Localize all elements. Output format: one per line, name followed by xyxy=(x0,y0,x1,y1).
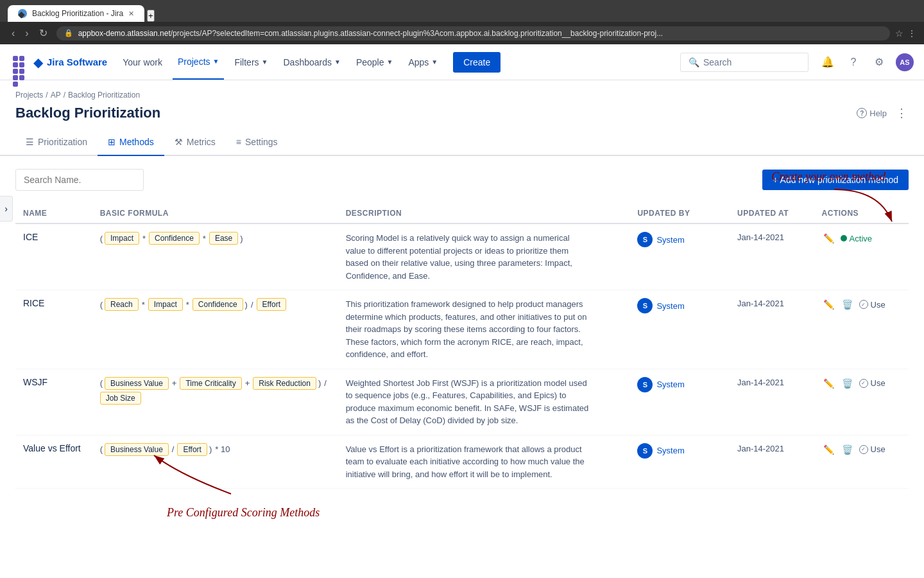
delete-button[interactable]: 🗑️ xyxy=(841,298,854,311)
cell-updated-by-ice: SSystem xyxy=(629,223,730,290)
breadcrumb-ap[interactable]: AP xyxy=(51,91,61,100)
system-avatar: S xyxy=(637,298,653,313)
toolbar: + Add new prioritization method xyxy=(15,169,909,191)
tab-prioritization[interactable]: ☰ Prioritization xyxy=(15,129,98,156)
cell-name-wsjf: WSJF xyxy=(15,369,92,435)
formula-paren: ) xyxy=(245,300,248,310)
new-tab-button[interactable]: + xyxy=(147,10,155,22)
use-badge: ✓ Use xyxy=(859,300,886,310)
nav-apps[interactable]: Apps ▼ xyxy=(403,44,443,80)
cell-updated-by-rice: SSystem xyxy=(629,290,730,369)
cell-updated-by-wsjf: SSystem xyxy=(629,369,730,435)
method-name-wsjf: WSJF xyxy=(23,377,47,387)
active-label: Active xyxy=(850,234,872,243)
cell-updated-at-value-vs-effort: Jan-14-2021 xyxy=(730,435,814,489)
prioritization-tab-icon: ☰ xyxy=(26,137,34,147)
nav-people[interactable]: People ▼ xyxy=(351,44,398,80)
main-content: + Add new prioritization method Name Bas… xyxy=(0,156,924,502)
search-name-input[interactable] xyxy=(15,169,144,191)
add-method-button[interactable]: + Add new prioritization method xyxy=(762,170,909,190)
formula-paren: ) xyxy=(318,378,321,388)
tab-settings[interactable]: ≡ Settings xyxy=(226,129,288,156)
search-icon: 🔍 xyxy=(689,57,699,67)
bookmark-button[interactable]: ☆ xyxy=(895,28,903,39)
cell-actions-ice: ✏️ Active xyxy=(814,223,909,290)
formula-tag: Impact xyxy=(105,232,139,245)
tab-methods[interactable]: ⊞ Methods xyxy=(98,129,164,156)
cell-formula-value-vs-effort: (Business Value/Effort)* 10 xyxy=(92,435,338,489)
nav-your-work[interactable]: Your work xyxy=(117,44,167,80)
reload-button[interactable]: ↻ xyxy=(35,26,51,40)
description-text: Scoring Model is a relatively quick way … xyxy=(346,232,590,282)
cell-formula-wsjf: (Business Value+Time Criticality+Risk Re… xyxy=(92,369,338,435)
notifications-button[interactable]: 🔔 xyxy=(819,53,837,71)
use-circle-icon: ✓ xyxy=(859,379,868,388)
cell-actions-value-vs-effort: ✏️ 🗑️ ✓ Use xyxy=(814,435,909,489)
filters-caret-icon: ▼ xyxy=(262,58,268,66)
edit-button[interactable]: ✏️ xyxy=(822,298,835,311)
formula-paren: ( xyxy=(100,378,103,388)
breadcrumb-projects[interactable]: Projects xyxy=(15,91,43,100)
browser-menu-button[interactable]: ⋮ xyxy=(907,28,916,39)
formula-tag: Business Value xyxy=(105,377,169,390)
nav-dashboards[interactable]: Dashboards ▼ xyxy=(278,44,345,80)
edit-button[interactable]: ✏️ xyxy=(822,443,835,456)
table-row: ICE(Impact*Confidence*Ease)Scoring Model… xyxy=(15,223,909,290)
nav-projects[interactable]: Projects ▼ xyxy=(173,44,224,80)
tab-metrics[interactable]: ⚒ Metrics xyxy=(164,129,226,156)
cell-desc-wsjf: Weighted Shortest Job First (WSJF) is a … xyxy=(338,369,630,435)
back-button[interactable]: ‹ xyxy=(8,26,19,40)
methods-tab-icon: ⊞ xyxy=(108,137,116,147)
browser-tab[interactable]: ◆ Backlog Prioritization - Jira ✕ xyxy=(8,5,144,22)
formula-tag: Effort xyxy=(177,443,207,456)
formula-operator: * xyxy=(186,300,189,310)
apps-grid-icon[interactable] xyxy=(10,53,28,71)
page-more-options-button[interactable]: ⋮ xyxy=(894,105,909,121)
cell-updated-at-rice: Jan-14-2021 xyxy=(730,290,814,369)
system-link[interactable]: System xyxy=(656,380,684,389)
preconfigured-annotation-text: Pre Configured Scoring Methods xyxy=(167,506,320,520)
forward-button[interactable]: › xyxy=(21,26,32,40)
col-header-description: Description xyxy=(338,204,630,223)
settings-button[interactable]: ⚙ xyxy=(870,53,888,71)
delete-button[interactable]: 🗑️ xyxy=(841,443,854,456)
cell-updated-at-ice: Jan-14-2021 xyxy=(730,223,814,290)
people-caret-icon: ▼ xyxy=(386,58,393,66)
table-row: Value vs Effort(Business Value/Effort)* … xyxy=(15,435,909,489)
updated-date: Jan-14-2021 xyxy=(737,232,784,242)
formula-operator: * xyxy=(142,300,145,310)
formula-operator: / xyxy=(172,444,175,454)
create-button[interactable]: Create xyxy=(453,52,501,73)
jira-logo[interactable]: ◆ Jira Software xyxy=(33,55,107,70)
search-bar[interactable]: 🔍 Search xyxy=(680,53,809,72)
tab-close-btn[interactable]: ✕ xyxy=(128,10,134,18)
system-link[interactable]: System xyxy=(656,301,684,311)
page-header: Projects / AP / Backlog Prioritization B… xyxy=(0,80,924,121)
edit-button[interactable]: ✏️ xyxy=(822,377,835,390)
formula-operator: + xyxy=(172,378,177,388)
use-label: Use xyxy=(871,378,886,388)
cell-updated-by-value-vs-effort: SSystem xyxy=(629,435,730,489)
formula-tag: Effort xyxy=(257,298,286,311)
help-link[interactable]: ? Help xyxy=(857,108,887,118)
help-circle-icon: ? xyxy=(857,108,867,118)
system-avatar: S xyxy=(637,443,653,459)
nav-filters[interactable]: Filters ▼ xyxy=(229,44,273,80)
jira-logo-text: Jira Software xyxy=(47,57,107,67)
delete-button[interactable]: 🗑️ xyxy=(841,377,854,390)
help-button[interactable]: ? xyxy=(844,53,862,71)
url-bar[interactable]: 🔒 appbox-demo.atlassian.net/projects/AP?… xyxy=(56,26,890,40)
cell-updated-at-wsjf: Jan-14-2021 xyxy=(730,369,814,435)
updated-date: Jan-14-2021 xyxy=(737,444,784,453)
active-dot-icon xyxy=(841,235,847,241)
col-header-updated-by: Updated By xyxy=(629,204,730,223)
formula-tag: Reach xyxy=(105,298,139,311)
system-link[interactable]: System xyxy=(656,235,684,245)
system-link[interactable]: System xyxy=(656,446,684,455)
secure-icon: 🔒 xyxy=(64,29,73,37)
cell-name-rice: RICE xyxy=(15,290,92,369)
user-avatar[interactable]: AS xyxy=(896,53,914,71)
apps-caret-icon: ▼ xyxy=(431,58,438,66)
col-header-actions: Actions xyxy=(814,204,909,223)
edit-button[interactable]: ✏️ xyxy=(822,232,835,245)
